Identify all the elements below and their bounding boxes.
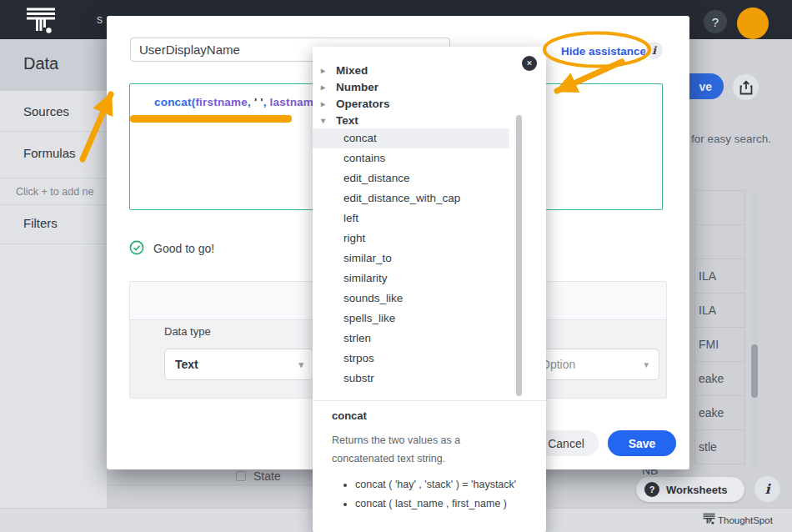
chevron-down-icon: ▾	[298, 359, 303, 370]
thoughtspot-logo-icon	[22, 6, 60, 34]
function-item-strlen[interactable]: strlen	[313, 329, 509, 349]
chevron-right-icon: ▸	[321, 66, 329, 75]
formula-text: concat(firstname, ' ', lastname)	[154, 96, 323, 108]
state-label: State	[253, 469, 281, 483]
chevron-right-icon: ▸	[321, 99, 329, 108]
function-item-contains[interactable]: contains	[313, 148, 509, 168]
hide-assistance-link[interactable]: Hide assistance	[561, 45, 646, 58]
nav-text-fragment: s	[97, 13, 103, 26]
data-type-select[interactable]: Text ▾	[164, 349, 314, 380]
data-type-label: Data type	[164, 325, 211, 338]
table-row[interactable]: eake	[695, 396, 744, 430]
worksheets-label: Worksheets	[666, 484, 727, 496]
save-button[interactable]: Save	[608, 430, 676, 456]
state-column-row[interactable]: State	[107, 469, 340, 485]
tree-category-label: Mixed	[336, 64, 368, 77]
help-button[interactable]: ?	[704, 10, 727, 33]
table-row[interactable]: eake	[695, 362, 744, 396]
tree-category-label: Operators	[336, 98, 390, 110]
data-type-value: Text	[175, 358, 198, 371]
option-select[interactable]: Option ▾	[530, 349, 659, 380]
function-item-spells_like[interactable]: spells_like	[313, 309, 509, 329]
function-item-sounds_like[interactable]: sounds_like	[313, 289, 509, 309]
table-row[interactable]	[695, 225, 744, 259]
formula-token: ' '	[254, 96, 263, 108]
table-row[interactable]: FMI	[695, 328, 744, 362]
function-item-edit_distance_with_cap[interactable]: edit_distance_with_cap	[313, 188, 509, 208]
user-avatar[interactable]	[737, 8, 769, 39]
tree-category-label: Number	[336, 81, 378, 93]
divider	[0, 131, 107, 132]
sidebar-item-sources[interactable]: Sources	[23, 104, 69, 118]
function-item-left[interactable]: left	[313, 208, 509, 228]
divider	[0, 204, 107, 205]
table-row[interactable]: stle	[695, 430, 744, 464]
function-doc-section: concat Returns the two values as a conca…	[313, 400, 546, 532]
background-table: ILAILAFMIeakeeakestle	[694, 190, 745, 464]
tree-category-text[interactable]: ▾Text	[313, 112, 546, 128]
app-root: s ? Data Sources Formulas Click + to add…	[0, 0, 792, 532]
divider	[0, 178, 107, 178]
chevron-down-icon: ▾	[644, 359, 649, 370]
formula-token: firstname	[195, 96, 248, 108]
function-item-concat[interactable]: concat	[313, 128, 509, 148]
table-row[interactable]	[695, 191, 744, 225]
function-item-strpos[interactable]: strpos	[313, 349, 509, 369]
page-title: Data	[23, 54, 58, 73]
divider	[0, 243, 107, 244]
function-item-substr[interactable]: substr	[313, 369, 509, 389]
table-scrollbar-track[interactable]	[751, 190, 758, 465]
function-item-similarity[interactable]: similarity	[313, 269, 509, 289]
tree-category-label: Text	[336, 114, 358, 127]
doc-example: concat ( 'hay' , 'stack' ) = 'haystack'	[355, 479, 529, 490]
thoughtspot-footer-logo-icon	[702, 513, 716, 524]
formula-assistant-panel: ✕ ▸Mixed▸Number▸Operators▾Textconcatcont…	[313, 47, 546, 532]
doc-description: Returns the two values as a concatenated…	[332, 432, 517, 469]
state-checkbox[interactable]	[236, 471, 246, 481]
doc-examples: concat ( 'hay' , 'stack' ) = 'haystack'c…	[332, 479, 529, 509]
validation-status-text: Good to go!	[153, 242, 214, 255]
function-item-right[interactable]: right	[313, 228, 509, 248]
share-icon	[739, 80, 753, 95]
info-button[interactable]: i	[754, 476, 780, 502]
formula-token: ,	[263, 96, 270, 108]
brand-text: ThoughtSpot	[718, 515, 773, 525]
doc-function-name: concat	[332, 409, 529, 422]
doc-example: concat ( last_name , first_name )	[355, 498, 529, 509]
info-icon[interactable]: i	[645, 42, 663, 59]
chevron-right-icon: ▸	[321, 83, 329, 92]
function-item-edit_distance[interactable]: edit_distance	[313, 168, 509, 188]
formula-token: ,	[248, 96, 254, 108]
table-row[interactable]: ILA	[695, 294, 744, 328]
background-caption-fragment: for easy search.	[691, 133, 771, 145]
tree-category-operators[interactable]: ▸Operators	[313, 95, 546, 112]
sidebar-item-formulas[interactable]: Formulas	[23, 146, 76, 160]
table-scrollbar-thumb[interactable]	[751, 344, 758, 398]
worksheets-help-button[interactable]: ? Worksheets	[636, 477, 744, 502]
tree-category-number[interactable]: ▸Number	[313, 78, 546, 95]
panel-scrollbar-thumb[interactable]	[516, 115, 522, 396]
tree-category-mixed[interactable]: ▸Mixed	[313, 62, 546, 78]
sidebar-hint-text: Click + to add ne	[16, 186, 93, 198]
function-item-similar_to[interactable]: similar_to	[313, 248, 509, 269]
table-row[interactable]: ILA	[695, 259, 744, 294]
question-icon: ?	[644, 482, 659, 497]
sidebar: Data Sources Formulas Click + to add ne …	[0, 39, 107, 532]
success-check-icon	[129, 240, 144, 255]
share-button[interactable]	[733, 74, 759, 100]
function-tree: ▸Mixed▸Number▸Operators▾Textconcatcontai…	[313, 62, 546, 389]
option-value: Option	[541, 358, 575, 371]
chevron-down-icon: ▾	[321, 116, 329, 125]
sidebar-item-filters[interactable]: Filters	[23, 216, 58, 230]
sidebar-header: Data	[0, 39, 107, 91]
formula-token: concat(	[154, 96, 195, 108]
